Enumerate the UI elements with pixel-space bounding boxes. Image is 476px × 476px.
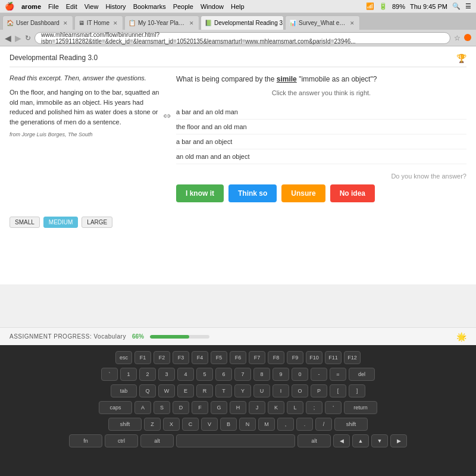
key-9[interactable]: 9	[273, 368, 289, 381]
answer-option-3[interactable]: a bar and an object	[176, 134, 466, 149]
forward-button[interactable]: ▶	[15, 33, 21, 43]
key-c[interactable]: C	[182, 418, 199, 431]
key-f6[interactable]: F6	[230, 351, 246, 364]
key-shift-right[interactable]: shift	[334, 418, 368, 431]
key-quote[interactable]: '	[325, 401, 342, 414]
tab-survey[interactable]: 📊 Survey_What exactly is your r... ✕	[285, 15, 360, 30]
unsure-button[interactable]: Unsure	[281, 184, 325, 202]
key-2[interactable]: 2	[139, 368, 156, 381]
key-8[interactable]: 8	[253, 368, 270, 381]
answer-option-1[interactable]: a bar and an old man	[176, 105, 466, 120]
menu-item-help[interactable]: Help	[231, 3, 245, 10]
key-j[interactable]: J	[249, 401, 265, 414]
size-small-button[interactable]: SMALL	[10, 217, 40, 228]
key-i[interactable]: I	[273, 384, 289, 397]
key-f[interactable]: F	[192, 401, 208, 414]
key-o[interactable]: O	[292, 384, 308, 397]
key-f2[interactable]: F2	[154, 351, 170, 364]
address-input[interactable]: www.mhlearnsmart.com/flow/binrunner.html…	[35, 32, 450, 44]
key-tab[interactable]: tab	[111, 384, 137, 397]
tab-dev-reading[interactable]: 📗 Developmental Reading 3.0 ✕	[201, 15, 284, 30]
key-d[interactable]: D	[173, 401, 189, 414]
key-w[interactable]: W	[158, 384, 175, 397]
key-f8[interactable]: F8	[268, 351, 284, 364]
tab-10year-plan[interactable]: 📋 My 10-Year Plan: the plan for... ✕	[124, 15, 199, 30]
key-up[interactable]: ▲	[352, 434, 369, 447]
search-icon[interactable]: 🔍	[452, 2, 461, 10]
key-equals[interactable]: =	[330, 368, 346, 381]
know-it-button[interactable]: I know it	[176, 184, 224, 202]
key-rbracket[interactable]: ]	[349, 384, 365, 397]
key-h[interactable]: H	[230, 401, 246, 414]
key-f10[interactable]: F10	[306, 351, 322, 364]
key-5[interactable]: 5	[196, 368, 213, 381]
key-f9[interactable]: F9	[287, 351, 303, 364]
key-f12[interactable]: F12	[344, 351, 361, 364]
key-f7[interactable]: F7	[249, 351, 265, 364]
key-b[interactable]: B	[220, 418, 237, 431]
key-l[interactable]: L	[287, 401, 303, 414]
key-7[interactable]: 7	[234, 368, 251, 381]
key-minus[interactable]: -	[311, 368, 327, 381]
key-semicolon[interactable]: ;	[306, 401, 322, 414]
key-6[interactable]: 6	[215, 368, 232, 381]
no-idea-button[interactable]: No idea	[330, 184, 375, 202]
bookmark-icon[interactable]: ☆	[454, 34, 461, 42]
key-f4[interactable]: F4	[192, 351, 208, 364]
tab-close-icon[interactable]: ✕	[112, 20, 119, 27]
key-y[interactable]: Y	[234, 384, 251, 397]
key-3[interactable]: 3	[158, 368, 175, 381]
key-fn[interactable]: fn	[69, 434, 102, 447]
key-alt[interactable]: alt	[140, 434, 174, 447]
tab-close-icon[interactable]: ✕	[349, 20, 356, 27]
key-space[interactable]	[176, 434, 295, 447]
key-v[interactable]: V	[201, 418, 218, 431]
key-k[interactable]: K	[268, 401, 284, 414]
key-slash[interactable]: /	[315, 418, 332, 431]
tab-user-dashboard[interactable]: 🏠 User Dashboard ✕	[2, 15, 73, 30]
notifications-icon[interactable]: ☰	[465, 2, 471, 10]
key-4[interactable]: 4	[177, 368, 194, 381]
key-f5[interactable]: F5	[211, 351, 227, 364]
key-right[interactable]: ▶	[390, 434, 407, 447]
back-button[interactable]: ◀	[5, 33, 11, 43]
key-ctrl[interactable]: ctrl	[105, 434, 138, 447]
key-x[interactable]: X	[163, 418, 180, 431]
size-medium-button[interactable]: MEDIUM	[43, 217, 79, 228]
tab-close-icon[interactable]: ✕	[62, 20, 69, 27]
refresh-button[interactable]: ↻	[25, 34, 31, 42]
menu-item-window[interactable]: Window	[201, 3, 224, 10]
key-comma[interactable]: ,	[277, 418, 294, 431]
menu-item-history[interactable]: History	[105, 3, 126, 10]
size-large-button[interactable]: LARGE	[82, 217, 112, 228]
key-z[interactable]: Z	[144, 418, 161, 431]
key-p[interactable]: P	[311, 384, 327, 397]
key-return[interactable]: return	[344, 401, 377, 414]
key-1[interactable]: 1	[120, 368, 137, 381]
key-u[interactable]: U	[253, 384, 270, 397]
menu-item-bookmarks[interactable]: Bookmarks	[133, 3, 166, 10]
key-e[interactable]: E	[177, 384, 194, 397]
key-r[interactable]: R	[196, 384, 213, 397]
key-left[interactable]: ◀	[333, 434, 350, 447]
tab-it-home[interactable]: 🖥 IT Home ✕	[74, 15, 123, 30]
key-g[interactable]: G	[211, 401, 227, 414]
key-n[interactable]: N	[239, 418, 256, 431]
menu-item-file[interactable]: File	[48, 3, 59, 10]
key-shift-left[interactable]: shift	[108, 418, 142, 431]
key-a[interactable]: A	[134, 401, 151, 414]
key-t[interactable]: T	[215, 384, 232, 397]
key-caps[interactable]: caps	[99, 401, 132, 414]
key-f3[interactable]: F3	[173, 351, 189, 364]
apple-menu[interactable]: 🍎	[5, 2, 14, 11]
menu-item-edit[interactable]: Edit	[66, 3, 77, 10]
key-s[interactable]: S	[154, 401, 170, 414]
key-0[interactable]: 0	[292, 368, 308, 381]
tab-close-icon[interactable]: ✕	[188, 20, 195, 27]
key-down[interactable]: ▼	[371, 434, 388, 447]
key-backspace[interactable]: del	[349, 368, 375, 381]
key-q[interactable]: Q	[139, 384, 156, 397]
key-backtick[interactable]: `	[101, 368, 118, 381]
think-so-button[interactable]: Think so	[228, 184, 277, 202]
key-period[interactable]: .	[296, 418, 313, 431]
